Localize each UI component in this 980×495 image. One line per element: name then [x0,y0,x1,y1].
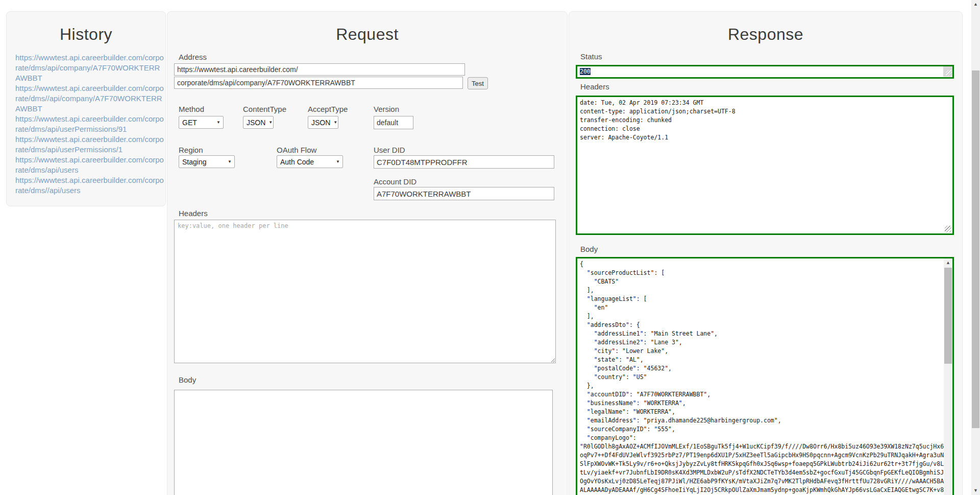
scroll-up-icon[interactable]: ▲ [944,258,952,267]
method-value: GET [182,119,197,127]
status-label: Status [580,52,602,61]
api-test-tool-page: History https://wwwtest.api.careerbuilde… [0,0,980,495]
response-body-label: Body [580,245,598,253]
request-headers-label: Headers [179,209,208,218]
history-link[interactable]: https://wwwtest.api.careerbuilder.com/co… [15,155,164,175]
region-value: Staging [182,158,206,166]
history-link[interactable]: https://wwwtest.api.careerbuilder.com/co… [15,83,164,114]
response-panel-title: Response [569,25,962,44]
chevron-down-icon: ▼ [228,159,232,164]
user-did-input[interactable] [374,155,554,169]
region-label: Region [179,146,203,154]
history-panel-title: History [7,25,165,44]
status-value: 200 [580,68,591,75]
content-type-select[interactable]: JSON ▼ [243,116,274,129]
status-resize-corner[interactable] [943,66,952,77]
page-scrollbar[interactable]: ▲ ▼ [971,0,980,495]
region-select[interactable]: Staging ▼ [179,155,235,168]
response-headers-text: date: Tue, 02 Apr 2019 07:23:34 GMT cont… [577,97,952,142]
oauth-flow-label: OAuth Flow [277,146,316,154]
account-did-input[interactable] [374,187,554,200]
history-link[interactable]: https://wwwtest.api.careerbuilder.com/co… [15,134,164,155]
history-link-list: https://wwwtest.api.careerbuilder.com/co… [15,53,164,196]
history-link[interactable]: https://wwwtest.api.careerbuilder.com/co… [15,114,164,134]
version-label: Version [374,105,399,113]
test-button[interactable]: Test [468,77,488,89]
scroll-up-icon[interactable]: ▲ [971,0,980,9]
method-select[interactable]: GET ▼ [179,116,224,129]
account-did-label: Account DID [374,177,416,186]
chevron-down-icon: ▼ [333,120,337,125]
resize-grip-icon [946,70,952,76]
scrollbar-thumb[interactable] [972,70,979,428]
response-headers-box[interactable]: date: Tue, 02 Apr 2019 07:23:34 GMT cont… [576,96,954,235]
version-input[interactable] [374,116,413,129]
history-panel: History https://wwwtest.api.careerbuilde… [6,11,166,206]
status-box[interactable]: 200 [576,65,954,79]
response-body-box[interactable]: { "sourceProductList": [ "CBATS" ], "lan… [576,257,954,495]
response-body-scrollbar[interactable]: ▲ [944,258,952,495]
request-panel: Request Address Test Method GET ▼ Conten… [167,11,568,495]
request-panel-title: Request [167,25,567,44]
accept-type-label: AcceptType [308,105,348,113]
method-label: Method [179,105,204,113]
chevron-down-icon: ▼ [336,159,340,164]
scroll-down-icon[interactable]: ▼ [971,486,980,495]
request-body-textarea[interactable] [174,390,553,495]
chevron-down-icon: ▼ [268,120,273,125]
response-body-text: { "sourceProductList": [ "CBATS" ], "lan… [577,258,943,494]
request-body-label: Body [179,375,196,384]
scrollbar-thumb[interactable] [944,268,952,364]
request-headers-textarea[interactable] [174,220,556,363]
chevron-down-icon: ▼ [216,120,220,125]
path-input[interactable] [174,77,463,89]
response-headers-label: Headers [580,82,609,91]
accept-type-select[interactable]: JSON ▼ [308,116,338,129]
address-label: Address [179,53,207,61]
history-link[interactable]: https://wwwtest.api.careerbuilder.com/co… [15,175,164,196]
oauth-flow-select[interactable]: Auth Code ▼ [277,155,343,168]
oauth-flow-value: Auth Code [280,158,314,166]
history-link[interactable]: https://wwwtest.api.careerbuilder.com/co… [15,53,164,83]
content-type-value: JSON [247,119,265,127]
response-panel: Response Status 200 Headers date: Tue, 0… [569,11,963,495]
base-url-input[interactable] [174,63,465,76]
accept-type-value: JSON [311,119,330,127]
user-did-label: User DID [374,146,405,154]
resize-grip-icon[interactable] [945,226,951,232]
content-type-label: ContentType [243,105,286,113]
